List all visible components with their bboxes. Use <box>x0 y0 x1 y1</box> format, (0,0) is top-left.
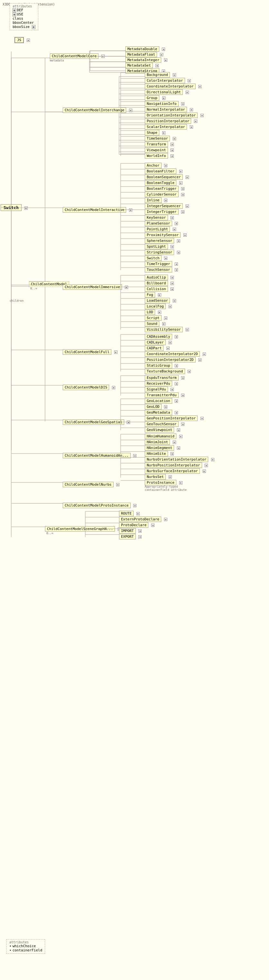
geo-metadata-box[interactable]: GeoMetadata <box>145 410 172 415</box>
normal-interpolator-expand[interactable]: + <box>190 108 193 111</box>
string-sensor-node[interactable]: StringSensor + <box>145 250 180 255</box>
proximity-sensor-expand[interactable]: + <box>183 234 187 237</box>
metadata-double-box[interactable]: MetadataDouble <box>126 46 159 52</box>
shape-box[interactable]: Shape <box>145 130 159 135</box>
inline-box[interactable]: Inline <box>145 197 162 203</box>
navigation-info-node[interactable]: NavigationInfo + <box>145 102 185 106</box>
world-info-box[interactable]: WorldInfo <box>145 153 168 159</box>
switch-node-inner[interactable]: Switch + <box>145 256 167 260</box>
metadata-float-box[interactable]: MetadataFloat <box>126 52 157 57</box>
scalar-interpolator-box[interactable]: ScalarInterpolator <box>145 124 187 130</box>
integer-trigger-box[interactable]: IntegerTrigger <box>145 209 178 215</box>
ccm-nurbs-expand[interactable]: + <box>116 483 119 486</box>
group-node[interactable]: Group + <box>145 96 166 100</box>
cylinder-sensor-node[interactable]: CylinderSensor + <box>145 192 185 197</box>
billboard-expand[interactable]: + <box>170 282 174 285</box>
receiver-pdu-expand[interactable]: + <box>175 382 178 385</box>
coordinate-interpolator2d-box[interactable]: CoordinateInterpolator2D <box>145 351 200 357</box>
spot-light-node[interactable]: SpotLight + <box>145 245 174 249</box>
ccm-scene-graph-node[interactable]: ChildContentModelSceneGraphN... + 0..∞ <box>45 527 121 535</box>
ccm-core-expand[interactable]: + <box>101 55 105 58</box>
background-box[interactable]: Background <box>145 72 170 78</box>
touch-sensor-expand[interactable]: + <box>175 268 178 272</box>
key-sensor-box[interactable]: KeySensor <box>145 215 168 220</box>
sound-expand[interactable]: + <box>162 322 166 326</box>
position-interpolator-node[interactable]: PositionInterpolator + <box>145 119 197 123</box>
proximity-sensor-box[interactable]: ProximitySensor <box>145 232 180 238</box>
viewpoint-box[interactable]: Viewpoint <box>145 147 168 153</box>
metadata-set-expand[interactable]: + <box>155 64 159 67</box>
integer-sequencer-box[interactable]: IntegerSequencer <box>145 203 183 209</box>
signal-pdu-box[interactable]: SignalPdu <box>145 387 168 392</box>
orientation-interpolator-node[interactable]: OrientationInterpolator + <box>145 113 204 118</box>
proto-instance-expand[interactable]: + <box>179 481 183 484</box>
integer-sequencer-node[interactable]: IntegerSequencer + <box>145 204 189 208</box>
position-interpolator-box[interactable]: PositionInterpolator <box>145 118 191 124</box>
boolean-trigger-expand[interactable]: + <box>181 187 185 190</box>
normal-interpolator-node[interactable]: NormalInterpolator + <box>145 107 193 111</box>
proto-declare-expand[interactable]: + <box>151 523 154 527</box>
receiver-pdu-box[interactable]: ReceiverPdu <box>145 381 172 386</box>
boolean-sequencer-node[interactable]: BooleanSequencer + <box>145 175 189 179</box>
boolean-sequencer-box[interactable]: BooleanSequencer <box>145 174 183 180</box>
hanim-segment-box[interactable]: HAnimSegment <box>145 445 174 450</box>
integer-sequencer-expand[interactable]: + <box>186 205 189 208</box>
ccm-interactive-node[interactable]: ChildContentModelInteractive + <box>63 208 132 212</box>
geo-touch-sensor-expand[interactable]: + <box>181 423 185 426</box>
metadata-float-expand[interactable]: + <box>160 53 163 56</box>
anchor-expand[interactable]: + <box>164 164 167 167</box>
geo-viewpoint-expand[interactable]: + <box>177 428 180 432</box>
proto-instance-box[interactable]: ProtoInstance <box>145 480 176 485</box>
visibility-sensor-node[interactable]: VisibilitySensor + <box>145 328 189 332</box>
metadata-set-box[interactable]: MetadataSet <box>126 63 153 68</box>
point-light-box[interactable]: PointLight <box>145 226 170 232</box>
metadata-float-node[interactable]: MetadataFloat + <box>126 52 163 57</box>
geo-viewpoint-box[interactable]: GeoViewpoint <box>145 427 174 433</box>
nurbs-surface-interpolator-box[interactable]: NurbsSurfaceInterpolator <box>145 468 200 474</box>
nurbs-orientation-interpolator-node[interactable]: NurbsOrientationInterpolator + <box>145 457 214 461</box>
touch-sensor-node[interactable]: TouchSensor + <box>145 267 178 272</box>
sphere-sensor-box[interactable]: SphereSensor <box>145 238 174 243</box>
group-box[interactable]: Group <box>145 95 159 101</box>
export-box[interactable]: EXPORT <box>119 534 136 539</box>
ccm-full-expand[interactable]: + <box>114 351 118 354</box>
ccm-proto-instance-expand[interactable]: + <box>133 504 137 507</box>
load-sensor-box[interactable]: LoadSensor <box>145 298 170 303</box>
viewpoint-node[interactable]: Viewpoint + <box>145 148 174 152</box>
fog-node[interactable]: Fog + <box>145 293 161 297</box>
hanim-site-node[interactable]: HAnimSite + <box>145 452 174 456</box>
time-trigger-expand[interactable]: + <box>175 262 178 266</box>
integer-trigger-expand[interactable]: + <box>181 210 185 213</box>
ccm-immersive-expand[interactable]: + <box>125 286 128 289</box>
ccm-humanoid-node[interactable]: ChildContentModelHumanoidAn... + <box>63 453 137 458</box>
ccm-geospatial-expand[interactable]: + <box>127 421 130 424</box>
cad-assembly-box[interactable]: CADAssembly <box>145 334 172 339</box>
ccm-humanoid-box[interactable]: ChildContentModelHumanoidAn... <box>63 453 131 458</box>
collision-node[interactable]: Collision + <box>145 287 174 291</box>
static-group-box[interactable]: StaticGroup <box>145 363 172 368</box>
coordinate-interpolator2d-node[interactable]: CoordinateInterpolator2D + <box>145 352 206 356</box>
switch-box-left[interactable]: Switch <box>1 204 22 211</box>
visibility-sensor-expand[interactable]: + <box>186 328 189 331</box>
child-content-model-core-node[interactable]: ChildContentModelCore + metadata <box>50 54 105 62</box>
nurbs-surface-interpolator-node[interactable]: NurbsSurfaceInterpolator + <box>145 469 206 473</box>
shape-node[interactable]: Shape + <box>145 130 166 135</box>
background-node[interactable]: Background + <box>145 73 176 77</box>
local-fog-expand[interactable]: + <box>169 305 172 308</box>
plane-sensor-box[interactable]: PlaneSensor <box>145 221 172 226</box>
key-sensor-expand[interactable]: + <box>170 216 174 220</box>
export-node[interactable]: EXPORT + <box>119 535 142 539</box>
cad-part-node[interactable]: CADPart + <box>145 346 170 350</box>
script-box[interactable]: Script <box>145 315 162 321</box>
geo-location-box[interactable]: GeoLocation <box>145 398 172 404</box>
audio-clip-node[interactable]: AudioClip + <box>145 275 174 280</box>
color-interpolator-node[interactable]: ColorInterpolator + <box>145 78 191 83</box>
lod-box[interactable]: LOD <box>145 309 155 315</box>
geo-position-interpolator-node[interactable]: GeoPositionInterpolator + <box>145 416 204 420</box>
sphere-sensor-node[interactable]: SphereSensor + <box>145 239 180 243</box>
nurbs-orientation-interpolator-box[interactable]: NurbsOrientationInterpolator <box>145 457 208 462</box>
sound-node[interactable]: Sound + <box>145 321 166 326</box>
metadata-integer-box[interactable]: MetadataInteger <box>126 57 161 63</box>
extern-proto-declare-box[interactable]: ExternProtoDeclare <box>119 517 161 522</box>
geo-location-expand[interactable]: + <box>175 399 178 402</box>
